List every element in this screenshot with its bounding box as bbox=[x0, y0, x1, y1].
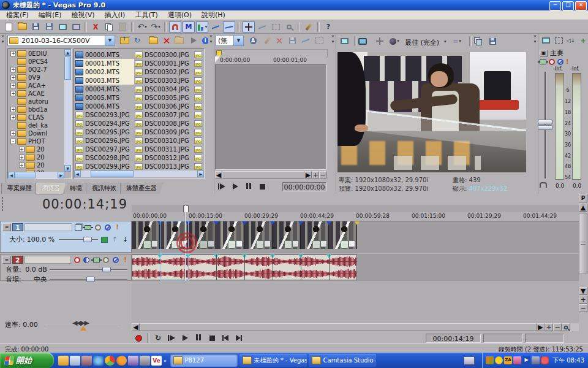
auto-crossfade-toggle[interactable]: M bbox=[183, 21, 195, 33]
start-button[interactable]: 開始 bbox=[0, 353, 54, 368]
tray-icon-2[interactable] bbox=[495, 356, 503, 364]
properties-button[interactable] bbox=[56, 21, 69, 33]
close-button[interactable]: ✕ bbox=[575, 1, 587, 10]
render-as-button[interactable] bbox=[43, 21, 55, 33]
menu-item[interactable]: 檢視(V) bbox=[66, 10, 99, 20]
tree-toggle[interactable]: + bbox=[19, 147, 24, 152]
filelist-hscrollbar[interactable]: ◀ ▶ bbox=[74, 171, 204, 177]
quicklaunch-overflow-icon[interactable]: » bbox=[164, 358, 167, 364]
tray-icon-zonealarm[interactable]: ZA bbox=[504, 356, 512, 364]
internet-explorer-icon[interactable] bbox=[93, 356, 104, 366]
audio-track-number[interactable]: 2 bbox=[12, 256, 23, 264]
file-item[interactable]: DSC00312.JPG bbox=[135, 153, 194, 162]
tree-vscrollbar[interactable]: ▲ ▼ bbox=[64, 49, 71, 172]
scroll-up-icon[interactable]: ▲ bbox=[579, 204, 587, 212]
time-display-panel[interactable]: 00:00:14;19 bbox=[0, 195, 131, 216]
tree-item[interactable]: + 20 bbox=[9, 153, 71, 161]
trimmer-stop-button[interactable] bbox=[256, 181, 268, 192]
marker-bar[interactable] bbox=[132, 205, 579, 212]
whats-this-help-button[interactable]: ? bbox=[322, 21, 334, 33]
scroll-right-icon[interactable]: ▶ bbox=[304, 171, 312, 178]
track-fx-button[interactable] bbox=[84, 224, 92, 231]
trimmer-ruler[interactable]: 0:00:00;00 00:00:01;00 bbox=[215, 56, 326, 65]
new-project-button[interactable] bbox=[2, 21, 15, 33]
dock-pin-icon[interactable]: ▾ bbox=[208, 39, 214, 45]
menu-item[interactable]: 編輯(E) bbox=[34, 10, 67, 20]
file-item[interactable]: DSC00294.JPG bbox=[75, 119, 134, 128]
envelope-tool-button[interactable] bbox=[256, 21, 268, 33]
cursor-time-display[interactable]: 00:00:14;19 bbox=[426, 334, 481, 343]
explorer-dock-handle[interactable]: ×▾ bbox=[0, 34, 6, 194]
tree-item[interactable]: + 20 bbox=[9, 161, 71, 169]
preview-quality-button[interactable]: ▾ bbox=[388, 36, 401, 47]
dock-tab[interactable]: 視訊特效 bbox=[86, 183, 123, 194]
volume-slider-knob[interactable] bbox=[102, 267, 111, 272]
add-bus-button[interactable]: + bbox=[577, 35, 588, 46]
make-composited-child-button[interactable]: ↑ bbox=[111, 236, 119, 243]
file-item[interactable]: DSC003 bbox=[194, 153, 205, 162]
audio-mute-button[interactable] bbox=[111, 256, 119, 264]
scroll-up-icon[interactable]: ▲ bbox=[64, 49, 71, 56]
dock-pin-icon[interactable]: ▾ bbox=[532, 39, 538, 45]
scroll-down-icon[interactable]: ▼ bbox=[579, 287, 587, 295]
video-preview-frame[interactable] bbox=[337, 52, 526, 172]
timeline-empty-area[interactable] bbox=[132, 281, 579, 323]
loop-playback-button[interactable]: ↻ bbox=[152, 332, 164, 343]
delete-button[interactable] bbox=[160, 35, 172, 46]
master-fader-handle[interactable] bbox=[538, 120, 552, 131]
capture-button[interactable] bbox=[70, 21, 82, 33]
tree-item[interactable]: + bbd1a bbox=[9, 105, 71, 113]
timeline-zoom-out-button[interactable]: − bbox=[553, 323, 562, 331]
file-item[interactable]: DSC00304.JPG bbox=[135, 85, 194, 93]
paste-button[interactable] bbox=[116, 21, 129, 33]
dock-pin-icon[interactable]: ▾ bbox=[330, 39, 336, 45]
file-item[interactable]: DSC003 bbox=[194, 119, 205, 128]
tree-toggle[interactable]: + bbox=[10, 115, 16, 120]
tree-hscroll-thumb[interactable] bbox=[15, 172, 36, 178]
trimmer-dock-handle[interactable]: ×▾ bbox=[208, 34, 214, 194]
file-item[interactable]: 00000.MTS bbox=[75, 50, 134, 59]
automation-settings-button[interactable] bbox=[94, 224, 102, 231]
redo-button[interactable]: ↷▾ bbox=[149, 21, 162, 33]
file-item[interactable]: DSC003 bbox=[194, 50, 205, 59]
camera-icon[interactable] bbox=[140, 356, 150, 366]
lock-envelopes-toggle[interactable] bbox=[209, 21, 222, 33]
file-item[interactable]: DSC00309.JPG bbox=[135, 128, 194, 136]
dock-tab[interactable]: 專案媒體 bbox=[1, 183, 38, 194]
track-zoom-in-button[interactable]: + bbox=[579, 296, 587, 304]
taskbar-task-button[interactable]: P8127 bbox=[170, 354, 238, 367]
tree-toggle[interactable]: + bbox=[10, 107, 16, 112]
downmix-button[interactable] bbox=[552, 35, 565, 46]
trimmer-time-display[interactable]: 00:00:00;00 bbox=[282, 182, 326, 191]
zoom-out-button[interactable]: − bbox=[319, 171, 326, 178]
trimmer-open-button[interactable] bbox=[262, 35, 274, 46]
tree-toggle[interactable]: + bbox=[10, 83, 16, 88]
video-clip-thumbnail[interactable] bbox=[216, 221, 244, 249]
tree-item[interactable]: 0PCS4 bbox=[9, 58, 71, 66]
split-screen-button[interactable]: =▾ bbox=[451, 36, 463, 47]
taskbar-task-button[interactable]: Camtasia Studio - Unti... bbox=[309, 354, 376, 367]
file-item[interactable]: DSC003 bbox=[194, 76, 205, 85]
tree-item[interactable]: autoru bbox=[9, 98, 71, 105]
audio-track-name-field[interactable] bbox=[24, 256, 72, 264]
go-to-end-button[interactable] bbox=[233, 332, 245, 343]
mute-icon[interactable] bbox=[557, 59, 564, 65]
file-item[interactable]: DSC00296.JPG bbox=[75, 136, 134, 145]
tree-item[interactable]: del_ka bbox=[9, 121, 71, 129]
file-item[interactable]: DSC00306.JPG bbox=[135, 102, 194, 110]
dock-close-icon[interactable]: × bbox=[0, 34, 6, 39]
dock-tab[interactable]: 瀏覽器 bbox=[36, 183, 66, 194]
make-composited-parent-button[interactable]: ↓ bbox=[121, 236, 129, 243]
trimmer-play-from-start-button[interactable] bbox=[216, 181, 228, 192]
address-dropdown-button[interactable]: ▼ bbox=[105, 36, 115, 45]
auto-ripple-button[interactable]: ▾ bbox=[196, 21, 208, 33]
menu-item[interactable]: 插入(I) bbox=[100, 10, 130, 20]
file-item[interactable]: DSC00308.JPG bbox=[135, 119, 194, 128]
solo-icon[interactable]: ! bbox=[566, 58, 569, 65]
menu-item[interactable]: 檔案(F) bbox=[1, 10, 34, 20]
file-item[interactable]: DSC00303.JPG bbox=[135, 76, 194, 85]
undo-button[interactable]: ↶▾ bbox=[136, 21, 148, 33]
file-item[interactable]: DSC00299.JPG bbox=[75, 162, 134, 171]
tray-icon-1[interactable] bbox=[486, 356, 494, 364]
tree-hscrollbar[interactable]: ◀ ▶ bbox=[8, 172, 64, 178]
